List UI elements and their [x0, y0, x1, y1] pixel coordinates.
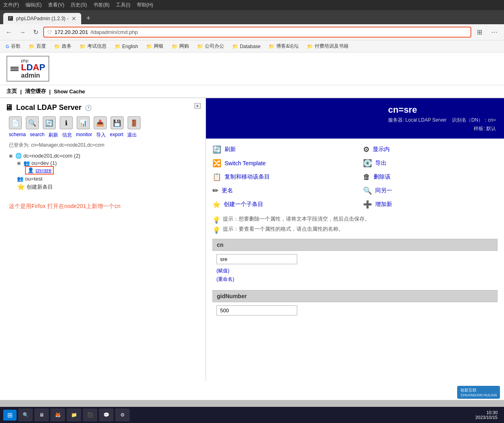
attr-cn-value: [212, 252, 498, 267]
tree-root-item[interactable]: ▣ 🌐 dc=node201,dc=com (2): [9, 153, 201, 159]
info-label[interactable]: 信息: [62, 132, 72, 139]
attr-cn-rename-link[interactable]: (重命名): [216, 276, 234, 282]
compare-link[interactable]: 同另一: [375, 187, 392, 194]
menu-help[interactable]: 帮助(H): [137, 2, 153, 8]
action-export[interactable]: 💽 导出: [363, 157, 498, 169]
add-attr-icon: ➕: [363, 200, 372, 209]
menu-history[interactable]: 历史(S): [71, 2, 87, 8]
bookmark-shopping[interactable]: 📁 网购: [169, 42, 191, 51]
rename-link[interactable]: 更名: [222, 187, 233, 194]
bookmark-baidu-label: 百度: [36, 43, 46, 50]
menu-tools[interactable]: 工具(I): [116, 2, 130, 8]
action-delete[interactable]: 🗑 删除该: [363, 171, 498, 183]
ou-dev-item[interactable]: ▣ 👥 ou=dev (1): [17, 160, 201, 166]
home-link[interactable]: 主页: [6, 88, 17, 95]
action-rename[interactable]: ✏ 更名: [212, 185, 347, 197]
info-icon-btn[interactable]: ℹ: [60, 116, 73, 129]
add-attr-link[interactable]: 增加新: [375, 201, 392, 208]
taskbar-search[interactable]: 🔍: [18, 408, 33, 421]
taskbar-browser[interactable]: 🦊: [50, 408, 65, 421]
action-refresh[interactable]: 🔄 刷新: [212, 143, 347, 156]
taskbar-terminal[interactable]: ⬛: [83, 408, 97, 421]
search-icon-btn[interactable]: 🔍: [26, 116, 39, 129]
switch-template-link[interactable]: Switch Template: [225, 160, 266, 166]
monitor-icon-btn[interactable]: 📊: [77, 116, 90, 129]
bookmark-netbank[interactable]: 📁 网银: [144, 42, 166, 51]
bookmark-database[interactable]: 📁 Database: [230, 43, 263, 50]
attr-cn-link[interactable]: cn: [217, 242, 223, 248]
more-menu-button[interactable]: ⋯: [488, 27, 501, 38]
import-label[interactable]: 导入: [96, 132, 106, 139]
folder-icon: 📁: [232, 44, 238, 49]
action-copy-move[interactable]: 📋 复制和移动该条目: [212, 171, 347, 183]
copy-move-link[interactable]: 复制和移动该条目: [225, 173, 270, 181]
logout-icon-btn[interactable]: 🚪: [128, 116, 141, 129]
bookmark-exam[interactable]: 📁 考试信息: [77, 42, 109, 51]
menu-bookmarks[interactable]: 书签(B): [93, 2, 109, 8]
reload-button[interactable]: ↻: [31, 27, 41, 38]
cn-sre-item[interactable]: 👤 cn=sre: [25, 166, 201, 175]
refresh-icon-btn[interactable]: 🔄: [43, 116, 56, 129]
extensions-button[interactable]: ⊞: [474, 27, 485, 38]
start-button[interactable]: ⊞: [3, 410, 17, 421]
attr-gid-link[interactable]: gidNumber: [217, 293, 247, 299]
nav-menu: 主页 | 清空缓存 | Show Cache: [0, 85, 504, 98]
menu-file[interactable]: 文件(F): [3, 2, 19, 8]
cn-sre-link[interactable]: cn=sre: [36, 167, 51, 173]
tab-close-button[interactable]: ✕: [71, 15, 76, 22]
action-create-child[interactable]: ⭐ 创建一个子条目: [212, 198, 347, 210]
attr-gid-input[interactable]: [216, 305, 297, 316]
taskbar-settings[interactable]: ⚙: [115, 408, 130, 421]
logout-label[interactable]: 退出: [127, 132, 137, 139]
bookmark-office[interactable]: 📁 公司办公: [195, 42, 227, 51]
action-compare[interactable]: 🔍 同另一: [363, 185, 498, 197]
login-info: 已登录为: cn=Manager,dc=node201,dc=com: [5, 142, 201, 149]
expand-button[interactable]: +: [194, 103, 201, 109]
import-icon-btn[interactable]: 📥: [94, 116, 107, 129]
create-new-item[interactable]: ⭐ 创建新条目: [17, 183, 201, 191]
clear-cache-link[interactable]: 清空缓存: [25, 88, 46, 95]
refresh-label[interactable]: 刷新: [48, 132, 58, 139]
attr-cn-assign-link[interactable]: (赋值): [216, 268, 229, 274]
clock-time: 10:30: [475, 410, 498, 415]
bookmark-baidu[interactable]: 📁 百度: [26, 42, 48, 51]
export-action-link[interactable]: 导出: [375, 160, 386, 167]
ou-test-item[interactable]: 👥 ou=test: [17, 176, 201, 182]
google-icon: G: [6, 44, 9, 49]
export-label[interactable]: export: [110, 132, 123, 139]
schema-label[interactable]: schema: [9, 132, 26, 139]
taskbar-files[interactable]: 📁: [67, 408, 81, 421]
display-link[interactable]: 显示内: [373, 146, 390, 153]
action-display[interactable]: ⚙ 显示内: [363, 143, 498, 156]
bookmark-training[interactable]: 📁 付费培训及书籍: [304, 42, 351, 51]
tree-toggle-ou-dev[interactable]: ▣: [17, 161, 22, 165]
export-icon-btn[interactable]: 💾: [111, 116, 124, 129]
active-tab[interactable]: 🅿 phpLDAPadmin (1.2.3) - ✕: [3, 13, 81, 24]
delete-link[interactable]: 删除该: [374, 173, 391, 181]
refresh-link[interactable]: 刷新: [225, 146, 236, 153]
attr-cn-input[interactable]: [216, 254, 297, 264]
taskbar-task-view[interactable]: 🖥: [34, 408, 49, 421]
action-add-attr[interactable]: ➕ 增加新: [363, 198, 498, 210]
tree-toggle-root[interactable]: ▣: [9, 154, 14, 158]
action-switch-template[interactable]: 🔀 Switch Template: [212, 157, 347, 169]
show-cache-link[interactable]: Show Cache: [54, 88, 85, 95]
bookmark-blog[interactable]: 📁 博客&论坛: [266, 42, 301, 51]
phpldap-header: php LDAP admin: [0, 53, 504, 85]
bookmark-gov[interactable]: 📁 政务: [52, 42, 74, 51]
new-tab-button[interactable]: +: [83, 13, 94, 24]
back-button[interactable]: ←: [3, 27, 15, 38]
bookmark-english[interactable]: 📁 English: [112, 43, 141, 50]
create-child-link[interactable]: 创建一个子条目: [224, 201, 263, 208]
right-content: 🔄 刷新 ⚙ 显示内 🔀 Switch Template 💽 导出: [206, 139, 504, 323]
forward-button[interactable]: →: [17, 27, 28, 38]
address-bar-wrapper[interactable]: 🛡 172.20.20.201 /ldapadmin/cmd.php: [43, 27, 471, 38]
taskbar-chat[interactable]: 💬: [99, 408, 113, 421]
search-label[interactable]: search: [30, 132, 44, 139]
menu-view[interactable]: 查看(V): [48, 2, 64, 8]
export-action-icon: 💽: [363, 159, 372, 168]
monitor-label[interactable]: monitor: [76, 132, 92, 139]
bookmark-google[interactable]: G 谷歌: [3, 42, 23, 51]
schema-icon-btn[interactable]: 📄: [9, 116, 22, 129]
menu-edit[interactable]: 编辑(E): [25, 2, 42, 8]
